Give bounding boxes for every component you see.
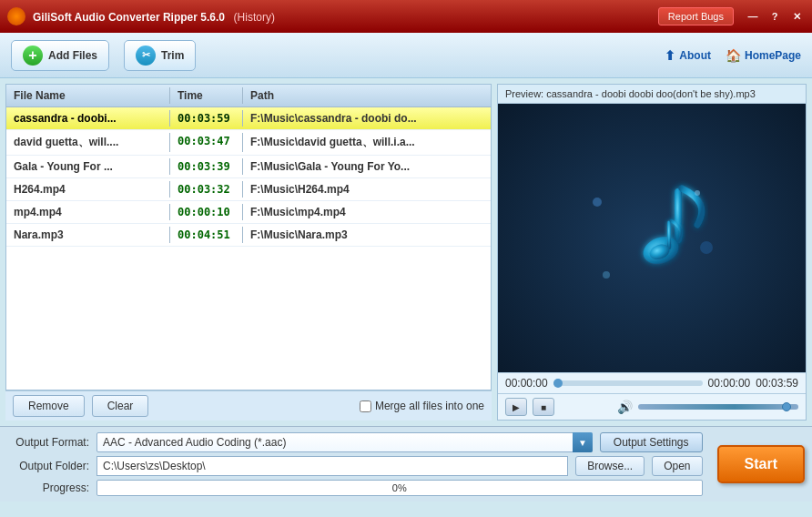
svg-rect-2 [667, 220, 671, 249]
cell-time: 00:03:32 [170, 181, 243, 198]
app-title: GiliSoft Audio Converter Ripper 5.6.0 (H… [33, 10, 275, 24]
merge-checkbox-input[interactable] [360, 400, 371, 412]
progress-label: Progress: [7, 482, 89, 494]
svg-point-6 [603, 271, 610, 279]
remove-button[interactable]: Remove [13, 395, 85, 417]
svg-point-7 [695, 190, 700, 196]
music-note-icon [579, 175, 725, 302]
header-path: Path [243, 87, 491, 104]
format-select-wrap: AAC - Advanced Audio Coding (*.aac) MP3 … [96, 432, 593, 452]
table-row[interactable]: H264.mp4 00:03:32 F:\Music\H264.mp4 [6, 178, 491, 201]
title-bar-left: GiliSoft Audio Converter Ripper 5.6.0 (H… [7, 7, 275, 25]
preview-video [498, 104, 806, 372]
cell-path: F:\Music\mp4.mp4 [243, 204, 491, 220]
output-format-row: Output Format: AAC - Advanced Audio Codi… [7, 432, 703, 452]
svg-point-5 [700, 241, 713, 254]
cell-filename: david guetta、will.... [6, 133, 170, 152]
close-button[interactable]: ✕ [788, 8, 805, 25]
output-settings-wrap: Output Settings [600, 432, 703, 452]
cell-path: F:\Music\Gala - Young For Yo... [243, 158, 491, 175]
bottom-left-fields: Output Format: AAC - Advanced Audio Codi… [7, 432, 703, 496]
cell-time: 00:04:51 [170, 227, 243, 243]
preview-controls: ▶ ■ 🔊 [498, 393, 806, 420]
cell-path: F:\Music\Nara.mp3 [243, 227, 491, 243]
buttons-bar: Remove Clear Merge all files into one [5, 390, 492, 421]
help-button[interactable]: ? [766, 8, 783, 25]
about-icon: ⬆ [665, 48, 675, 63]
toolbar: + Add Files ✂ Trim ⬆ About 🏠 HomePage [0, 33, 812, 78]
header-filename: File Name [6, 87, 170, 104]
file-list: cassandra - doobi... 00:03:59 F:\Music\c… [6, 107, 491, 390]
toolbar-right: ⬆ About 🏠 HomePage [665, 48, 801, 63]
title-bar-right: Report Bugs — ? ✕ [658, 7, 805, 25]
stop-button[interactable]: ■ [533, 398, 554, 416]
trim-button[interactable]: ✂ Trim [124, 40, 196, 71]
volume-track[interactable] [638, 404, 798, 410]
bottom-panel: Output Format: AAC - Advanced Audio Codi… [0, 426, 812, 502]
time-current: 00:00:00 [708, 377, 751, 390]
browse-button[interactable]: Browse... [575, 456, 645, 476]
time-end: 00:03:59 [756, 377, 798, 390]
preview-title: Preview: cassandra - doobi doobi doo(don… [498, 85, 806, 104]
output-folder-label: Output Folder: [7, 460, 89, 472]
app-icon [7, 7, 25, 25]
window-controls: — ? ✕ [745, 8, 805, 25]
preview-panel: Preview: cassandra - doobi doobi doo(don… [497, 84, 807, 421]
output-format-label: Output Format: [7, 436, 89, 449]
about-link[interactable]: ⬆ About [665, 48, 711, 63]
open-button[interactable]: Open [652, 456, 702, 476]
file-panel: File Name Time Path cassandra - doobi...… [5, 84, 492, 390]
cell-path: F:\Music\david guetta、will.i.a... [243, 133, 491, 152]
bottom-rows-wrap: Output Format: AAC - Advanced Audio Codi… [7, 432, 805, 496]
table-row[interactable]: Nara.mp3 00:04:51 F:\Music\Nara.mp3 [6, 224, 491, 247]
file-table-header: File Name Time Path [6, 85, 491, 107]
svg-point-4 [593, 198, 602, 207]
output-format-select[interactable]: AAC - Advanced Audio Coding (*.aac) MP3 … [96, 432, 593, 452]
clear-button[interactable]: Clear [92, 395, 149, 417]
progress-track[interactable] [553, 380, 703, 386]
cell-filename: Gala - Young For ... [6, 158, 170, 175]
report-bugs-button[interactable]: Report Bugs [658, 7, 734, 25]
output-settings-button[interactable]: Output Settings [600, 432, 703, 452]
cell-filename: Nara.mp3 [6, 227, 170, 243]
progress-thumb [553, 379, 563, 388]
volume-thumb [782, 402, 791, 411]
progress-bar-container: 0% [96, 480, 703, 496]
home-icon: 🏠 [726, 48, 741, 63]
start-button[interactable]: Start [717, 445, 805, 483]
minimize-button[interactable]: — [745, 8, 761, 25]
cell-path: F:\Music\cassandra - doobi do... [243, 110, 491, 127]
title-bar: GiliSoft Audio Converter Ripper 5.6.0 (H… [0, 0, 812, 33]
table-row[interactable]: Gala - Young For ... 00:03:39 F:\Music\G… [6, 156, 491, 178]
table-row[interactable]: cassandra - doobi... 00:03:59 F:\Music\c… [6, 107, 491, 130]
header-time: Time [170, 87, 243, 104]
cell-time: 00:03:47 [170, 133, 243, 152]
add-icon: + [23, 46, 43, 66]
play-button[interactable]: ▶ [505, 398, 527, 416]
cell-time: 00:03:39 [170, 158, 243, 175]
cell-filename: mp4.mp4 [6, 204, 170, 220]
cell-filename: H264.mp4 [6, 181, 170, 198]
homepage-link[interactable]: 🏠 HomePage [726, 48, 801, 63]
output-folder-row: Output Folder: Browse... Open [7, 456, 703, 476]
toolbar-left: + Add Files ✂ Trim [11, 40, 196, 71]
trim-icon: ✂ [136, 46, 156, 66]
merge-checkbox-label[interactable]: Merge all files into one [360, 400, 484, 412]
progress-row: Progress: 0% [7, 480, 703, 496]
progress-text: 0% [97, 481, 702, 495]
time-start: 00:00:00 [505, 377, 548, 390]
buttons-bar-left: Remove Clear [13, 395, 148, 417]
preview-time-bar: 00:00:00 00:00:00 00:03:59 [498, 372, 806, 393]
output-folder-input[interactable] [96, 456, 568, 476]
main-content: File Name Time Path cassandra - doobi...… [0, 78, 812, 426]
cell-filename: cassandra - doobi... [6, 110, 170, 127]
table-row[interactable]: david guetta、will.... 00:03:47 F:\Music\… [6, 130, 491, 156]
add-files-button[interactable]: + Add Files [11, 40, 109, 71]
cell-time: 00:00:10 [170, 204, 243, 220]
table-row[interactable]: mp4.mp4 00:00:10 F:\Music\mp4.mp4 [6, 201, 491, 224]
cell-time: 00:03:59 [170, 110, 243, 127]
bottom-right-start: Start [710, 432, 805, 496]
cell-path: F:\Music\H264.mp4 [243, 181, 491, 198]
volume-icon: 🔊 [617, 400, 633, 414]
